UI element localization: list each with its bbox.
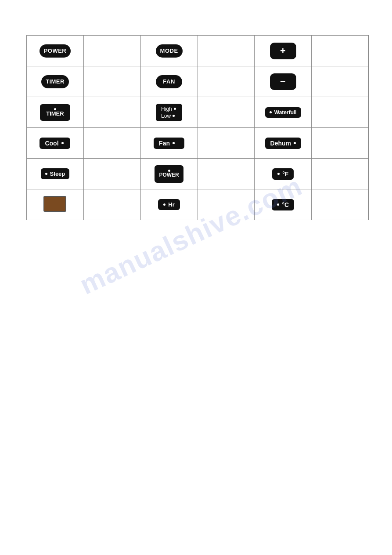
power-button[interactable]: POWER bbox=[40, 44, 71, 58]
cell-timer-dot: TIMER bbox=[27, 97, 84, 128]
fan-mode-dot bbox=[173, 142, 175, 144]
waterfull-dot bbox=[270, 111, 272, 113]
cool-button[interactable]: Cool bbox=[40, 138, 70, 149]
sleep-label: Sleep bbox=[50, 170, 65, 177]
waterfull-button[interactable]: Waterfull bbox=[265, 107, 301, 118]
celsius-label: °C bbox=[282, 201, 289, 208]
cell-waterfull-desc bbox=[312, 97, 369, 128]
timer-dot-button[interactable]: TIMER bbox=[40, 104, 70, 121]
cell-timer: TIMER bbox=[27, 66, 84, 97]
hr-dot bbox=[163, 203, 165, 206]
hr-button[interactable]: Hr bbox=[158, 199, 180, 210]
cell-timer-desc bbox=[83, 66, 140, 97]
button-reference-table: POWER MODE + TIMER FAN bbox=[26, 35, 369, 220]
cell-dehum-desc bbox=[312, 128, 369, 159]
dehum-dot bbox=[294, 142, 296, 144]
fahrenheit-button[interactable]: °F bbox=[272, 168, 294, 180]
cell-mode-desc bbox=[198, 36, 255, 66]
fahrenheit-label: °F bbox=[282, 170, 288, 178]
low-row: Low bbox=[161, 113, 175, 119]
cell-celsius: °C bbox=[255, 189, 312, 220]
waterfull-label: Waterfull bbox=[274, 109, 297, 116]
cell-minus-desc bbox=[312, 66, 369, 97]
mode-button[interactable]: MODE bbox=[156, 44, 183, 58]
cell-thumbnail-desc bbox=[83, 189, 140, 220]
cell-cool: Cool bbox=[27, 128, 84, 159]
high-row: High bbox=[161, 106, 176, 112]
power-sm-label: POWER bbox=[159, 172, 179, 178]
timer-button[interactable]: TIMER bbox=[41, 75, 69, 88]
table-row: POWER MODE + bbox=[27, 36, 369, 66]
cell-waterfull: Waterfull bbox=[255, 97, 312, 128]
table-row: TIMER High Low bbox=[27, 97, 369, 128]
cool-label: Cool bbox=[45, 140, 58, 147]
high-dot bbox=[174, 108, 176, 110]
fahrenheit-dot bbox=[277, 173, 280, 175]
cell-minus: − bbox=[255, 66, 312, 97]
table-row: Hr °C bbox=[27, 189, 369, 220]
cell-fahrenheit: °F bbox=[255, 159, 312, 189]
cell-power: POWER bbox=[27, 36, 84, 66]
cell-celsius-desc bbox=[312, 189, 369, 220]
cell-fan-mode: Fan bbox=[140, 128, 198, 159]
cell-dehum: Dehum bbox=[255, 128, 312, 159]
fan-button[interactable]: FAN bbox=[156, 75, 182, 88]
hr-label: Hr bbox=[168, 201, 174, 208]
cell-cool-desc bbox=[83, 128, 140, 159]
power-sm-button[interactable]: POWER bbox=[155, 165, 183, 183]
thumbnail-image bbox=[43, 196, 66, 212]
dehum-button[interactable]: Dehum bbox=[265, 138, 301, 149]
minus-button[interactable]: − bbox=[270, 73, 296, 90]
celsius-button[interactable]: °C bbox=[272, 199, 294, 210]
cell-highlow-desc bbox=[198, 97, 255, 128]
cell-highlow: High Low bbox=[140, 97, 198, 128]
table-row: TIMER FAN − bbox=[27, 66, 369, 97]
cell-power-sm: POWER bbox=[140, 159, 198, 189]
table-row: Sleep POWER °F bbox=[27, 159, 369, 189]
cell-fan-mode-desc bbox=[198, 128, 255, 159]
highlow-button[interactable]: High Low bbox=[156, 104, 182, 121]
cell-sleep-desc bbox=[83, 159, 140, 189]
fan-mode-button[interactable]: Fan bbox=[154, 138, 184, 149]
cell-power-sm-desc bbox=[198, 159, 255, 189]
cell-power-desc bbox=[83, 36, 140, 66]
cell-timer-dot-desc bbox=[83, 97, 140, 128]
cell-hr-desc bbox=[198, 189, 255, 220]
sleep-button[interactable]: Sleep bbox=[41, 168, 70, 179]
cell-fan-desc bbox=[198, 66, 255, 97]
cell-thumbnail bbox=[27, 189, 84, 220]
low-dot bbox=[173, 115, 175, 117]
cell-plus-desc bbox=[312, 36, 369, 66]
cell-hr: Hr bbox=[140, 189, 198, 220]
fan-mode-label: Fan bbox=[159, 140, 170, 147]
low-label: Low bbox=[161, 113, 171, 119]
plus-button[interactable]: + bbox=[270, 43, 296, 59]
celsius-dot bbox=[277, 203, 279, 206]
cell-fan: FAN bbox=[140, 66, 198, 97]
cell-mode: MODE bbox=[140, 36, 198, 66]
cool-dot bbox=[61, 142, 64, 144]
table-row: Cool Fan Dehum bbox=[27, 128, 369, 159]
cell-sleep: Sleep bbox=[27, 159, 84, 189]
sleep-dot bbox=[45, 173, 47, 175]
high-label: High bbox=[161, 106, 172, 112]
cell-fahrenheit-desc bbox=[312, 159, 369, 189]
dehum-label: Dehum bbox=[270, 140, 291, 147]
timer-dot-label: TIMER bbox=[46, 110, 64, 117]
cell-plus: + bbox=[255, 36, 312, 66]
